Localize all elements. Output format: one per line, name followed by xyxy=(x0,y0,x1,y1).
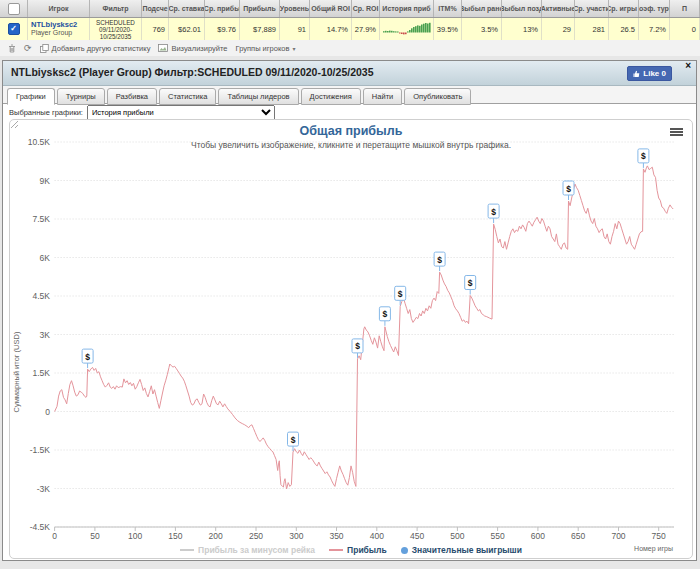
caret-down-icon: ▾ xyxy=(292,45,295,52)
column-header[interactable]: Фильтр xyxy=(90,0,142,17)
svg-text:$: $ xyxy=(355,341,360,351)
svg-text:400: 400 xyxy=(370,531,384,541)
table-cell: 39.5% xyxy=(434,18,462,40)
column-header[interactable]: Уровень xyxy=(280,0,310,17)
column-header[interactable]: Ср. участи xyxy=(575,0,609,17)
player-groups-dropdown[interactable]: Группы игроков ▾ xyxy=(236,44,296,53)
svg-text:500: 500 xyxy=(450,531,464,541)
tab-6[interactable]: Найти xyxy=(363,88,402,105)
table-cell: 91 xyxy=(280,18,310,40)
table-cell: $7,889 xyxy=(240,18,280,40)
column-header[interactable]: ITM% xyxy=(434,0,462,17)
visualize-button[interactable]: Визуализируйте xyxy=(158,44,227,53)
like-button[interactable]: Like 0 xyxy=(627,66,672,81)
column-header[interactable]: Выбыл позд xyxy=(502,0,542,17)
svg-text:550: 550 xyxy=(491,531,505,541)
svg-text:750: 750 xyxy=(652,531,666,541)
chart-select-label: Выбранные графики: xyxy=(9,108,83,117)
svg-text:-4.5K: -4.5K xyxy=(30,522,51,532)
column-header[interactable]: Подсче xyxy=(142,0,169,17)
player-cell: NTLbiysksc2Player Group xyxy=(28,18,90,40)
svg-text:$: $ xyxy=(291,435,296,445)
svg-text:450: 450 xyxy=(410,531,424,541)
svg-text:650: 650 xyxy=(571,531,585,541)
column-header[interactable]: Игрок xyxy=(28,0,90,17)
chart-title: Общая прибыль xyxy=(10,124,692,138)
tab-0[interactable]: Графики xyxy=(7,88,55,105)
table-cell: 27.9% xyxy=(352,18,380,40)
column-header[interactable]: История приб xyxy=(380,0,434,17)
tab-7[interactable]: Опубликовать xyxy=(404,88,471,105)
svg-text:$: $ xyxy=(383,309,388,319)
copy-icon xyxy=(40,44,49,53)
legend-label: Значительные выигрыши xyxy=(412,545,522,555)
visualize-label: Визуализируйте xyxy=(171,44,227,53)
table-cell: 769 xyxy=(142,18,169,40)
legend-item-2[interactable]: Значительные выигрыши xyxy=(401,545,522,555)
column-header[interactable]: Прибыль xyxy=(240,0,280,17)
stats-table: ИгрокФильтрПодсчеСр. ставкаСр. прибыПриб… xyxy=(0,0,700,41)
svg-text:$: $ xyxy=(491,207,496,217)
svg-text:3K: 3K xyxy=(40,330,51,340)
tab-3[interactable]: Статистика xyxy=(159,88,216,105)
chart-legend: Прибыль за минусом рейкаПрибыльЗначитель… xyxy=(10,545,692,555)
profit-chart-plot[interactable]: -4.5K-3K-1.5K01.5K3K4.5K6K7.5K9K10.5K050… xyxy=(10,120,692,558)
svg-text:150: 150 xyxy=(168,531,182,541)
chart-select[interactable]: История прибыли xyxy=(87,105,275,120)
svg-text:-1.5K: -1.5K xyxy=(30,445,51,455)
svg-text:Суммарный итог (USD): Суммарный итог (USD) xyxy=(12,331,21,412)
trash-icon xyxy=(8,44,16,53)
svg-text:$: $ xyxy=(437,255,442,265)
delete-button[interactable] xyxy=(8,44,16,53)
profit-history-sparkline[interactable] xyxy=(380,18,434,40)
chart-select-row: Выбранные графики: История прибыли xyxy=(3,104,696,120)
player-name-link[interactable]: NTLbiysksc2 xyxy=(31,21,77,29)
tab-1[interactable]: Турниры xyxy=(57,88,105,105)
chart-menu-button[interactable] xyxy=(670,128,683,137)
column-header[interactable]: П xyxy=(670,0,700,17)
table-cell: 281 xyxy=(575,18,609,40)
legend-marker-line xyxy=(180,549,194,551)
row-checkbox[interactable]: ✓ xyxy=(8,23,20,35)
legend-item-0[interactable]: Прибыль за минусом рейка xyxy=(180,545,315,555)
svg-text:4.5K: 4.5K xyxy=(33,291,51,301)
svg-text:$: $ xyxy=(85,352,90,362)
player-group-label: Player Group xyxy=(31,29,72,37)
table-cell: 14.7% xyxy=(310,18,352,40)
column-header[interactable]: Активные xyxy=(542,0,575,17)
column-header[interactable]: Выбыл рано xyxy=(462,0,502,17)
column-header[interactable]: Ср. ставка xyxy=(169,0,205,17)
add-statistic-button[interactable]: Добавить другую статистику xyxy=(40,44,151,53)
svg-text:$: $ xyxy=(468,278,473,288)
table-cell: 13% xyxy=(502,18,542,40)
tab-bar: ГрафикиТурнирыРазбивкаСтатистикаТаблицы … xyxy=(3,86,696,104)
column-header[interactable]: Коэф. турб xyxy=(639,0,670,17)
legend-marker-dot xyxy=(401,547,408,554)
select-all-checkbox[interactable] xyxy=(8,3,20,15)
legend-item-1[interactable]: Прибыль xyxy=(329,545,387,555)
player-panel: NTLbiysksc2 (Player Group) Фильтр:SCHEDU… xyxy=(2,60,697,561)
like-label: Like 0 xyxy=(643,69,666,78)
column-header[interactable]: Ср. прибы xyxy=(205,0,240,17)
panel-title: NTLbiysksc2 (Player Group) Фильтр:SCHEDU… xyxy=(3,61,696,78)
table-cell: 29 xyxy=(542,18,575,40)
tab-5[interactable]: Достижения xyxy=(301,88,361,105)
legend-marker-line xyxy=(329,549,343,551)
chart-container: -4.5K-3K-1.5K01.5K3K4.5K6K7.5K9K10.5K050… xyxy=(9,119,693,559)
thumb-up-icon xyxy=(633,70,640,78)
tab-4[interactable]: Таблицы лидеров xyxy=(218,88,298,105)
table-cell: 3.5% xyxy=(462,18,502,40)
column-header[interactable]: Ср. ROI xyxy=(352,0,380,17)
resize-handle[interactable] xyxy=(10,120,19,129)
column-header[interactable]: Общий ROI xyxy=(310,0,352,17)
refresh-button[interactable]: ⟳ xyxy=(24,44,32,53)
close-icon[interactable]: × xyxy=(685,60,691,71)
hamburger-icon xyxy=(670,128,683,130)
tab-2[interactable]: Разбивка xyxy=(107,88,157,105)
player-groups-label: Группы игроков xyxy=(236,44,290,53)
table-toolbar: ⟳ Добавить другую статистику Визуализиру… xyxy=(0,40,700,56)
add-statistic-label: Добавить другую статистику xyxy=(52,44,151,53)
refresh-icon: ⟳ xyxy=(24,44,32,53)
column-header[interactable]: Ср. игры / xyxy=(609,0,639,17)
table-row: ✓NTLbiysksc2Player GroupSCHEDULED 09/11/… xyxy=(0,18,700,41)
